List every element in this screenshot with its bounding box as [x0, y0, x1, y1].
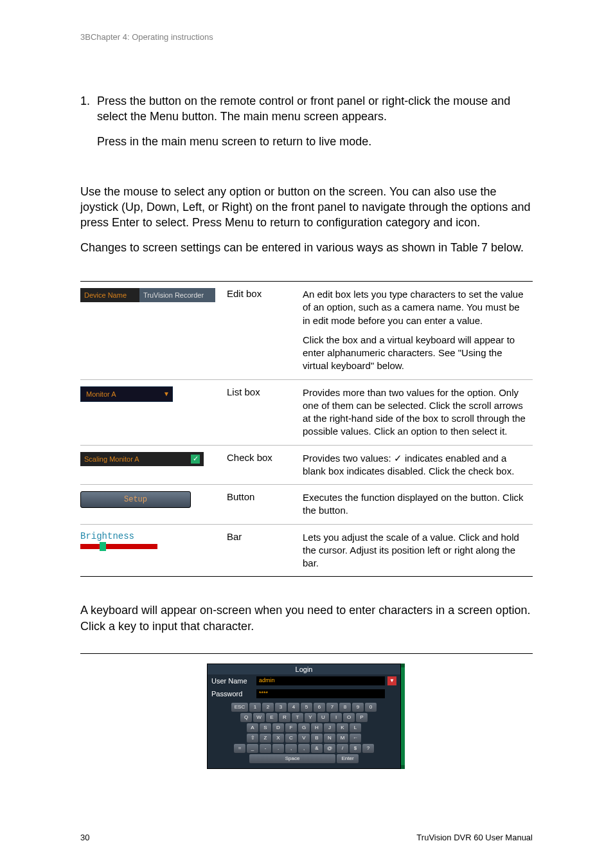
key-z: Z	[260, 734, 271, 743]
key-x: X	[272, 734, 284, 743]
key-n: N	[324, 734, 335, 743]
key-m: M	[337, 734, 348, 743]
key-3: 3	[275, 703, 287, 712]
key-e: E	[266, 713, 278, 722]
step1-text-b: button on the remote control or front pa…	[97, 95, 510, 123]
button-widget: Setup	[80, 491, 191, 508]
key-.: .	[272, 744, 284, 753]
key-b: B	[311, 734, 323, 743]
row3-name: Check box	[227, 445, 303, 485]
key-←: ←	[350, 734, 361, 743]
key-w: W	[253, 713, 265, 722]
key-k: K	[337, 723, 348, 732]
key-7: 7	[326, 703, 338, 712]
key-?: ?	[362, 744, 374, 753]
button-label: Setup	[124, 495, 147, 504]
check-icon: ✓	[191, 455, 200, 464]
key-s: S	[260, 723, 271, 732]
key-6: 6	[314, 703, 325, 712]
key-u: U	[317, 713, 329, 722]
key-2: 2	[262, 703, 274, 712]
edit-box-widget: Device Name TruVision Recorder	[80, 288, 215, 302]
row2-name: List box	[227, 379, 303, 445]
edit-box-value: TruVision Recorder	[139, 288, 215, 302]
navigation-para-2: Changes to screen settings can be entere…	[80, 240, 533, 255]
key-8: 8	[339, 703, 351, 712]
step1-followup: Press in the main menu screen to return …	[97, 134, 533, 149]
step-1: 1. Press the button on the remote contro…	[80, 93, 533, 125]
step1-2b: in the main menu screen to return to liv…	[130, 135, 371, 148]
row4-name: Button	[227, 485, 303, 525]
check-box-widget: Scaling Monitor A ✓	[80, 452, 204, 466]
row5-desc1: Lets you adjust the scale of a value. Cl…	[303, 531, 528, 570]
chapter-header: 3BChapter 4: Operating instructions	[80, 32, 533, 42]
user-name-label: User Name	[211, 677, 256, 685]
key-,: ,	[285, 744, 297, 753]
login-dialog: Login User Name admin ▼ Password **** ▼ …	[207, 664, 401, 769]
page-footer: 30 TruVision DVR 60 User Manual	[80, 833, 533, 842]
key-i: I	[330, 713, 342, 722]
key-&: &	[311, 744, 323, 753]
key-j: J	[324, 723, 335, 732]
page-number: 30	[80, 833, 89, 842]
key-p: P	[356, 713, 368, 722]
scrollbar-icon	[401, 664, 405, 769]
row5-name: Bar	[227, 524, 303, 577]
row1-desc1: An edit box lets you type characters to …	[303, 288, 528, 327]
key-d: D	[272, 723, 284, 732]
key-1: 1	[249, 703, 261, 712]
bar-widget: Brightness	[80, 531, 157, 549]
step1-2a: Press	[97, 135, 130, 148]
password-label: Password	[211, 690, 256, 698]
key-4: 4	[288, 703, 299, 712]
key-v: V	[298, 734, 310, 743]
row2-desc1: Provides more than two values for the op…	[303, 386, 528, 439]
chevron-down-icon: ▼	[163, 390, 170, 397]
key-@: @	[324, 744, 335, 753]
key-/: /	[337, 744, 348, 753]
key-r: R	[279, 713, 290, 722]
enter-key: Enter	[337, 754, 359, 763]
key-0: 0	[365, 703, 377, 712]
key-f: F	[285, 723, 297, 732]
key--: -	[260, 744, 271, 753]
bar-label: Brightness	[80, 531, 134, 541]
key-q: Q	[240, 713, 252, 722]
row4-desc1: Executes the function displayed on the b…	[303, 491, 528, 518]
password-value: ****	[256, 689, 385, 698]
key-=: =	[234, 744, 245, 753]
key-o: O	[343, 713, 355, 722]
key-⇧: ⇧	[247, 734, 258, 743]
virtual-keyboard: ESC1234567890 QWERTYUIOP ASDFGHJKL ⇧ZXCV…	[208, 700, 400, 768]
check-box-label: Scaling Monitor A	[84, 455, 139, 463]
key-_: _	[247, 744, 258, 753]
edit-box-label: Device Name	[80, 288, 139, 302]
bar-thumb-icon	[100, 542, 106, 551]
keyboard-intro: A keyboard will appear on-screen when yo…	[80, 602, 533, 634]
key-l: L	[350, 723, 361, 732]
key-c: C	[285, 734, 297, 743]
login-title: Login	[208, 664, 400, 674]
key-a: A	[247, 723, 258, 732]
keyboard-figure: Login User Name admin ▼ Password **** ▼ …	[80, 653, 533, 769]
doc-title: TruVision DVR 60 User Manual	[416, 833, 533, 842]
space-key: Space	[249, 754, 335, 763]
step1-text-a: Press the	[97, 95, 149, 107]
key-y: Y	[305, 713, 316, 722]
key-5: 5	[301, 703, 312, 712]
step-number: 1.	[80, 93, 97, 125]
key-t: T	[292, 713, 303, 722]
key-h: H	[311, 723, 323, 732]
controls-table: Device Name TruVision Recorder Edit box …	[80, 281, 533, 577]
row3-desc1: Provides two values: ✓ indicates enabled…	[303, 452, 528, 478]
list-box-label: Monitor A	[86, 390, 116, 398]
key-esc: ESC	[231, 703, 248, 712]
navigation-para-1: Use the mouse to select any option or bu…	[80, 184, 533, 231]
user-name-value: admin	[256, 676, 385, 685]
dropdown-icon: ▼	[387, 676, 396, 685]
key-$: $	[350, 744, 361, 753]
row1-desc2: Click the box and a virtual keyboard wil…	[303, 334, 528, 373]
list-box-widget: Monitor A ▼	[80, 386, 173, 402]
key-9: 9	[352, 703, 364, 712]
key-g: G	[298, 723, 310, 732]
